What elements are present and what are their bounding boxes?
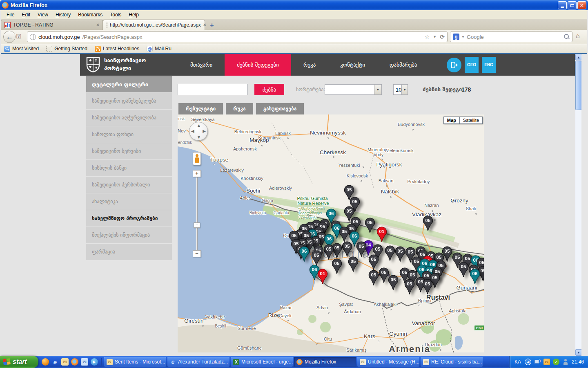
action-button-2[interactable]: გასუფთავება bbox=[256, 103, 304, 114]
window-titlebar[interactable]: Mozilla Firefox ✕ bbox=[0, 0, 588, 10]
sidebar-item-7[interactable]: ანალიტიკა bbox=[86, 193, 172, 210]
map-marker-01[interactable]: 01 bbox=[316, 267, 329, 285]
tray-collapse-icon[interactable]: ◀ bbox=[525, 359, 531, 365]
scroll-thumb[interactable] bbox=[575, 61, 581, 110]
map-marker-05[interactable]: 05 bbox=[422, 214, 434, 231]
street-view-pegman[interactable] bbox=[193, 152, 201, 165]
lang-eng-button[interactable]: ENG bbox=[482, 57, 496, 73]
map-type-satellite-button[interactable]: Satellite bbox=[459, 117, 483, 124]
chevron-down-icon[interactable]: ▼ bbox=[401, 85, 408, 94]
restore-button[interactable] bbox=[568, 1, 577, 9]
network-icon[interactable] bbox=[534, 359, 541, 365]
engine-dropdown-icon[interactable]: ▼ bbox=[461, 35, 465, 39]
keyhole-forward-icon[interactable]: ⚿ bbox=[16, 33, 25, 41]
map-marker-05[interactable]: 05 bbox=[403, 278, 416, 295]
mailblue-quicklaunch-icon[interactable]: ✉ bbox=[81, 358, 88, 366]
search-bar[interactable]: g ▼ Google bbox=[450, 31, 572, 42]
menu-edit[interactable]: Edit bbox=[18, 11, 33, 18]
zoom-slider-handle[interactable]: − bbox=[194, 222, 200, 228]
site-identity-globe-icon[interactable] bbox=[30, 34, 36, 40]
menu-help[interactable]: Help bbox=[125, 11, 142, 18]
taskbar-button-5[interactable]: ✉RE: Cloud - sisxlis ba... bbox=[421, 357, 483, 367]
search-magnifier-icon[interactable] bbox=[564, 34, 570, 40]
scroll-up-icon[interactable]: ▲ bbox=[575, 54, 581, 61]
antivirus-check-icon[interactable]: ✓ bbox=[553, 359, 559, 365]
sidebar-item-3[interactable]: საწოლთა ფონდი bbox=[86, 126, 172, 143]
taskbar-button-1[interactable]: eAlexander Turdziladz... bbox=[167, 357, 229, 367]
map-marker-01[interactable]: 01 bbox=[376, 225, 388, 242]
google-engine-icon[interactable]: g bbox=[453, 34, 459, 40]
tab-topge[interactable]: TOP.GE - RATING × bbox=[1, 20, 103, 30]
bookmark-latest-headlines[interactable]: Latest Headlines bbox=[95, 46, 139, 52]
menu-bookmarks[interactable]: Bookmarks bbox=[75, 11, 106, 18]
tab-searchpage[interactable]: http://cloud.moh.go...es/SearchPage.aspx… bbox=[103, 20, 205, 30]
sidebar-item-6[interactable]: სამედიცინო პერსონალი bbox=[86, 177, 172, 193]
sidebar-item-9[interactable]: მოქალაქის ინფორმაცია bbox=[86, 227, 172, 243]
close-button[interactable]: ✕ bbox=[577, 1, 586, 9]
new-tab-button[interactable]: + bbox=[207, 21, 217, 30]
map-marker-05[interactable]: 05 bbox=[364, 216, 376, 233]
orange-ball-quicklaunch-icon[interactable] bbox=[42, 358, 49, 366]
sidebar-item-1[interactable]: სამედიცინო დაწესებულება bbox=[86, 93, 172, 109]
action-button-1[interactable]: რუკა bbox=[226, 103, 253, 114]
back-button[interactable]: ← bbox=[3, 31, 16, 43]
start-button[interactable]: start bbox=[0, 356, 38, 368]
zoom-out-button[interactable]: − bbox=[193, 250, 201, 257]
sidebar-item-0[interactable]: დეტალური ფილტრი bbox=[86, 76, 172, 92]
page-scrollbar[interactable]: ▲ ▼ bbox=[575, 54, 581, 356]
menu-file[interactable]: File bbox=[3, 11, 18, 18]
taskbar-button-3[interactable]: Mozilla Firefox bbox=[294, 357, 356, 367]
scroll-down-icon[interactable]: ▼ bbox=[575, 349, 581, 356]
language-indicator[interactable]: KA bbox=[514, 359, 521, 365]
zoom-slider-track[interactable] bbox=[196, 177, 198, 250]
map-marker-06[interactable]: 06 bbox=[469, 267, 481, 285]
sidebar-item-8[interactable]: სახელმწიფო პროგრამები bbox=[86, 210, 172, 227]
url-dropdown-icon[interactable]: ▼ bbox=[433, 35, 437, 39]
sort-select[interactable]: ▼ bbox=[325, 84, 382, 95]
page-size-select[interactable]: 10▼ bbox=[393, 84, 408, 95]
sidebar-item-10[interactable]: ფარმაცია bbox=[86, 244, 172, 260]
search-button[interactable]: ძებნა bbox=[254, 84, 284, 95]
firefox-quicklaunch-icon[interactable] bbox=[71, 358, 78, 366]
map-marker-05[interactable]: 05 bbox=[355, 240, 368, 257]
map-marker-06[interactable]: 06 bbox=[298, 245, 310, 262]
map-marker-05[interactable]: 05 bbox=[331, 257, 343, 274]
site-logo[interactable]: საინფორმაციოპორტალი bbox=[86, 57, 146, 72]
outlook-quicklaunch-icon[interactable]: ✉ bbox=[61, 358, 69, 366]
menu-tools[interactable]: Tools bbox=[107, 11, 125, 18]
sidebar-item-5[interactable]: სისხლის ბანკი bbox=[86, 160, 172, 176]
bookmark-mailru[interactable]: @Mail.Ru bbox=[147, 46, 172, 52]
sidebar-item-4[interactable]: სამედიცინო სერვისი bbox=[86, 143, 172, 159]
tab-close-icon[interactable]: × bbox=[96, 22, 99, 28]
taskbar-button-4[interactable]: ✉Untitled - Message (H... bbox=[357, 357, 419, 367]
wmp-quicklaunch-icon[interactable]: ▶ bbox=[91, 358, 98, 366]
bookmark-getting-started[interactable]: Getting Started bbox=[46, 46, 87, 52]
screen: Mozilla Firefox ✕ FileEditViewHistoryBoo… bbox=[0, 0, 588, 368]
menu-history[interactable]: History bbox=[52, 11, 74, 18]
map-marker-05[interactable]: 05 bbox=[421, 278, 434, 295]
search-input[interactable] bbox=[178, 84, 248, 95]
bookmark-star-icon[interactable]: ☆ bbox=[425, 34, 430, 40]
outlook-reminder-icon[interactable]: ✉ bbox=[543, 359, 550, 365]
map-marker-05[interactable]: 05 bbox=[347, 255, 359, 272]
home-button[interactable]: ⌂ bbox=[576, 32, 585, 40]
menu-view[interactable]: View bbox=[34, 11, 51, 18]
bookmark-most-visited[interactable]: Most Visited bbox=[4, 46, 39, 52]
action-button-0[interactable]: რეზულტატი bbox=[178, 103, 223, 114]
messenger-icon[interactable] bbox=[562, 359, 569, 365]
google-map[interactable]: mskSeverskayaKurganinskBelorechenskLabin… bbox=[178, 114, 484, 352]
zoom-in-button[interactable]: + bbox=[193, 170, 201, 177]
tab-close-icon[interactable]: × bbox=[203, 22, 206, 28]
map-marker-05[interactable]: 05 bbox=[387, 274, 399, 291]
map-type-map-button[interactable]: Map bbox=[443, 117, 459, 124]
chevron-down-icon[interactable]: ▼ bbox=[374, 85, 381, 94]
taskbar-button-2[interactable]: XMicrosoft Excel - urge... bbox=[231, 357, 293, 367]
sidebar-item-2[interactable]: სამედიცინო აღჭურვილობა bbox=[86, 110, 172, 126]
map-marker-05[interactable]: 05 bbox=[368, 269, 380, 286]
map-pan-control[interactable]: ▲ ▼ ◀ ▶ bbox=[189, 122, 208, 141]
reload-icon[interactable]: ⟳ bbox=[440, 34, 445, 40]
ie-quicklaunch-icon[interactable]: e bbox=[51, 358, 59, 366]
taskbar-button-0[interactable]: ✉Sent Items - Microsof... bbox=[104, 357, 166, 367]
url-bar[interactable]: cloud.moh.gov.ge/Pages/SearchPage.aspx ☆… bbox=[27, 31, 448, 42]
minimize-button[interactable] bbox=[558, 1, 567, 9]
